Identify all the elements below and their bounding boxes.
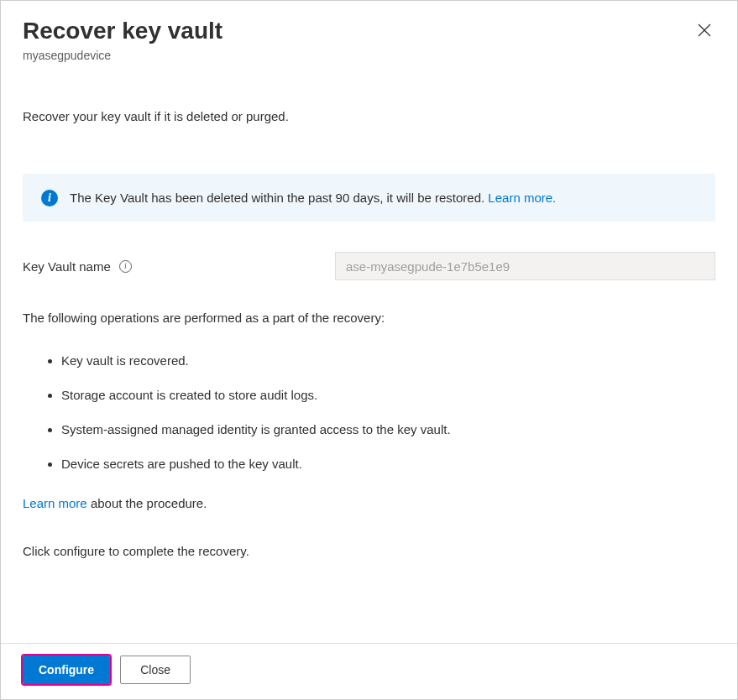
operations-intro: The following operations are performed a… xyxy=(23,309,715,328)
help-icon[interactable]: i xyxy=(119,260,132,273)
configure-button[interactable]: Configure xyxy=(23,656,110,684)
panel-title: Recover key vault xyxy=(23,16,222,45)
panel-footer: Configure Close xyxy=(1,643,737,699)
close-button[interactable]: Close xyxy=(120,656,191,684)
operation-item: Storage account is created to store audi… xyxy=(61,378,715,412)
close-icon[interactable] xyxy=(694,19,715,41)
panel-description: Recover your key vault if it is deleted … xyxy=(23,109,715,123)
recover-key-vault-panel: Recover key vault myasegpudevice Recover… xyxy=(0,0,738,700)
learn-more-link[interactable]: Learn more xyxy=(23,496,87,510)
operation-item: Device secrets are pushed to the key vau… xyxy=(61,447,715,481)
operation-item: System-assigned managed identity is gran… xyxy=(61,412,715,447)
info-message-text: The Key Vault has been deleted within th… xyxy=(70,189,556,206)
info-message-bar: i The Key Vault has been deleted within … xyxy=(23,174,715,222)
configure-instruction: Click configure to complete the recovery… xyxy=(23,544,715,558)
operation-item: Key vault is recovered. xyxy=(61,343,715,378)
operations-list: Key vault is recovered. Storage account … xyxy=(23,343,715,481)
learn-more-line: Learn more about the procedure. xyxy=(23,496,715,510)
key-vault-name-label: Key Vault name xyxy=(23,259,111,274)
key-vault-name-input xyxy=(335,252,715,280)
info-learn-more-link[interactable]: Learn more. xyxy=(488,191,556,205)
info-icon: i xyxy=(41,190,58,206)
panel-subtitle: myasegpudevice xyxy=(23,49,222,62)
